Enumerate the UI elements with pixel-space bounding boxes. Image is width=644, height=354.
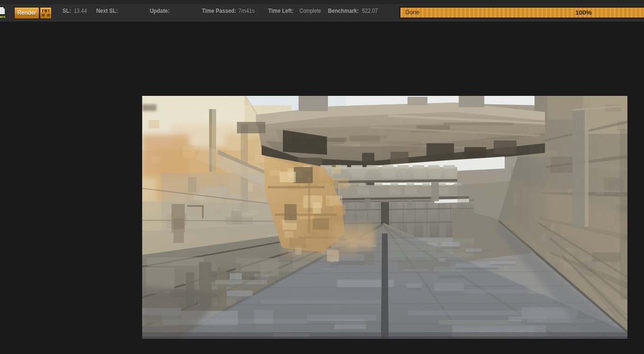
svg-text:MS: MS [0, 15, 6, 19]
